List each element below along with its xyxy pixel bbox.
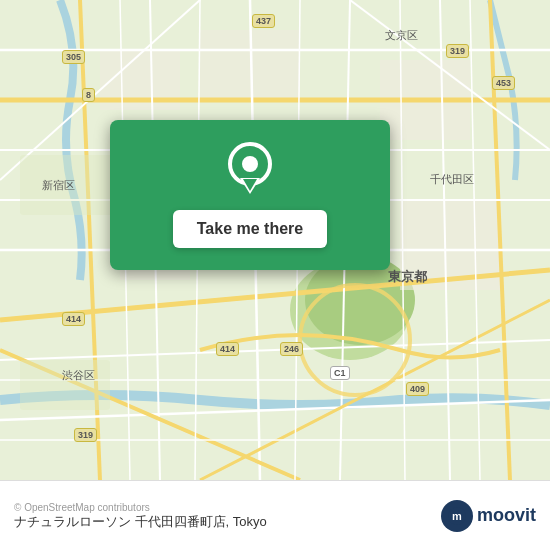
- svg-rect-34: [20, 155, 120, 215]
- take-me-there-button[interactable]: Take me there: [173, 210, 327, 248]
- location-pin-graphic: [225, 142, 275, 202]
- road-badge-414-mid: 414: [216, 342, 239, 356]
- moovit-icon: m: [441, 500, 473, 532]
- svg-text:m: m: [452, 510, 462, 522]
- road-badge-305: 305: [62, 50, 85, 64]
- pin-tail-inner: [243, 179, 257, 191]
- road-badge-453: 453: [492, 76, 515, 90]
- pin-inner-dot: [242, 156, 258, 172]
- road-badge-437: 437: [252, 14, 275, 28]
- location-popup: Take me there: [110, 120, 390, 270]
- moovit-icon-svg: m: [447, 506, 467, 526]
- road-badge-8: 8: [82, 88, 95, 102]
- bottom-text-container: © OpenStreetMap contributors ナチュラルローソン 千…: [14, 500, 267, 531]
- moovit-logo: m moovit: [441, 500, 536, 532]
- road-badge-246: 246: [280, 342, 303, 356]
- road-badge-414-left: 414: [62, 312, 85, 326]
- road-badge-409: 409: [406, 382, 429, 396]
- road-badge-319-top: 319: [446, 44, 469, 58]
- attribution-text: © OpenStreetMap contributors: [14, 502, 267, 513]
- bottom-bar: © OpenStreetMap contributors ナチュラルローソン 千…: [0, 480, 550, 550]
- road-badge-319-bot: 319: [74, 428, 97, 442]
- road-badge-c1: C1: [330, 366, 350, 380]
- location-name-text: ナチュラルローソン 千代田四番町店, Tokyo: [14, 513, 267, 531]
- map-container: 文京区 新宿区 渋谷区 東京都 千代田区 305 437 319 453 8 4…: [0, 0, 550, 480]
- moovit-logo-text: moovit: [477, 505, 536, 526]
- svg-rect-35: [20, 360, 110, 410]
